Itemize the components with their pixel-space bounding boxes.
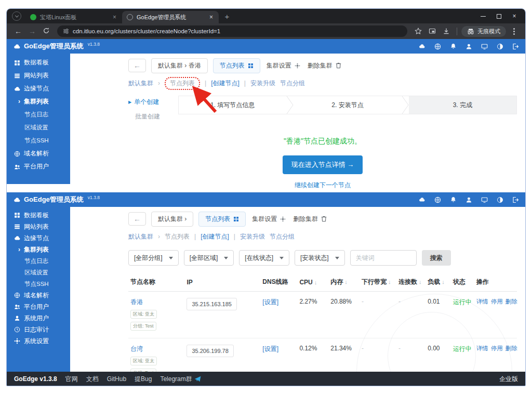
bell-icon[interactable]: [450, 43, 457, 50]
node-groups-link[interactable]: 节点分组: [270, 232, 295, 241]
keyword-input[interactable]: [350, 250, 417, 266]
sidebar-item-clusters[interactable]: ›集群列表: [7, 95, 70, 108]
address-bar[interactable]: cdn.itluo.eu.org/clusters/cluster/create…: [57, 25, 407, 37]
install-status-select[interactable]: [安装状态]: [295, 250, 345, 266]
col-bandwidth-sortable[interactable]: 下行带宽↓: [360, 273, 396, 292]
breadcrumb-cluster-link[interactable]: 默认集群: [128, 79, 153, 88]
col-connections-sortable[interactable]: 连接数↓: [396, 273, 425, 292]
tab-delete-clu­ster[interactable]: 删除集群: [307, 59, 342, 73]
col-memory-sortable[interactable]: 内存↓: [328, 273, 360, 292]
globe-icon[interactable]: [434, 197, 441, 203]
sidebar-item-platform-users[interactable]: 平台用户: [7, 301, 70, 312]
sidebar-item-websites[interactable]: 网站列表: [7, 221, 70, 232]
theme-toggle-icon[interactable]: [497, 197, 503, 203]
sidebar-item-regions[interactable]: 区域设置: [7, 267, 70, 278]
browser-menu-button[interactable]: [508, 31, 520, 32]
footer-link-telegram[interactable]: Telegram群: [160, 375, 192, 384]
bell-icon[interactable]: [450, 197, 457, 203]
sidebar-item-clusters[interactable]: ›集群列表: [7, 244, 70, 255]
forward-button[interactable]: →: [26, 27, 38, 35]
close-window-button[interactable]: ×: [507, 9, 522, 23]
batch-create-item[interactable]: 批量创建: [128, 112, 178, 121]
footer-link-github[interactable]: GitHub: [107, 375, 126, 383]
region-filter-select[interactable]: [全部区域]: [184, 250, 234, 266]
col-load-sortable[interactable]: 负载↓: [425, 273, 451, 292]
tab-close-icon[interactable]: ×: [112, 14, 117, 21]
sidebar-item-settings[interactable]: 系统设置: [7, 335, 70, 347]
tab-cluster-hongkong[interactable]: 默认集群 › 香港: [151, 58, 208, 73]
sidebar-item-audit-logs[interactable]: 日志审计: [7, 324, 70, 335]
sidebar-item-edge-nodes[interactable]: 边缘节点: [7, 232, 70, 244]
delete-link[interactable]: 删除: [506, 298, 517, 305]
logout-icon[interactable]: [512, 43, 519, 50]
user-icon[interactable]: [466, 43, 472, 50]
node-name-link[interactable]: 香港: [130, 298, 143, 306]
sidebar-item-node-ssh[interactable]: 节点SSH: [7, 278, 70, 290]
theme-toggle-icon[interactable]: [497, 43, 503, 50]
tab-node-list[interactable]: 节点列表: [213, 58, 260, 73]
enter-node-detail-button[interactable]: 现在进入节点详情 →: [283, 155, 363, 174]
tab-delete-cluster[interactable]: 删除集群: [292, 212, 328, 226]
downloads-button[interactable]: [440, 28, 453, 35]
sidebar-item-dashboard[interactable]: 数据看板: [7, 209, 70, 221]
breadcrumb-node-list-annotated[interactable]: 节点列表: [165, 77, 200, 90]
detail-link[interactable]: 详情: [476, 298, 488, 305]
bookmark-button[interactable]: [412, 28, 424, 35]
cloud-icon[interactable]: [418, 197, 425, 203]
sidebar-item-system-users[interactable]: 系统用户: [7, 312, 70, 324]
sidebar-item-node-logs[interactable]: 节点日志: [7, 255, 70, 267]
install-upgrade-link[interactable]: 安装升级: [250, 79, 275, 88]
sidebar-item-dns[interactable]: 域名解析: [7, 290, 70, 301]
browser-tab-goedge[interactable]: GoEdge管理员系统 ×: [122, 11, 219, 23]
disable-link[interactable]: 停用: [491, 345, 503, 351]
install-upgrade-link[interactable]: 安装升级: [240, 232, 265, 241]
reload-button[interactable]: [40, 27, 52, 36]
monitor-icon[interactable]: [481, 197, 488, 203]
sidebar-item-dashboard[interactable]: 数据看板: [7, 56, 70, 69]
app-brand[interactable]: GoEdge管理员系统 v1.3.8: [13, 195, 100, 204]
node-name-link[interactable]: 台湾: [130, 345, 143, 352]
logout-icon[interactable]: [512, 197, 519, 203]
online-status-select[interactable]: [在线状态]: [239, 250, 289, 266]
back-tab-button[interactable]: ←: [128, 212, 146, 226]
tab-close-icon[interactable]: ×: [208, 14, 214, 21]
sidebar-item-node-ssh[interactable]: 节点SSH: [7, 134, 70, 147]
breadcrumb-cluster-link[interactable]: 默认集群: [128, 232, 153, 241]
disable-link[interactable]: 停用: [491, 298, 503, 305]
footer-link-website[interactable]: 官网: [65, 375, 78, 384]
back-tab-button[interactable]: ←: [128, 59, 146, 72]
delete-link[interactable]: 删除: [506, 345, 517, 351]
sidebar-item-platform-users[interactable]: 平台用户: [7, 160, 70, 173]
search-button[interactable]: 搜索: [422, 250, 451, 266]
sidebar-item-edge-nodes[interactable]: 边缘节点: [7, 82, 70, 95]
tab-cluster-settings[interactable]: 集群设置: [251, 212, 287, 226]
sidebar-item-websites[interactable]: 网站列表: [7, 69, 70, 82]
back-button[interactable]: ←: [12, 27, 24, 35]
monitor-icon[interactable]: [481, 43, 488, 50]
tab-search-button[interactable]: [12, 11, 21, 21]
create-node-link[interactable]: [创建节点]: [211, 79, 240, 88]
create-node-link[interactable]: [创建节点]: [201, 232, 229, 241]
minimize-button[interactable]: [475, 9, 491, 23]
maximize-button[interactable]: [491, 9, 507, 23]
tab-cluster[interactable]: 默认集群 ›: [151, 212, 193, 227]
browser-tab-baota[interactable]: 宝塔Linux面板 ×: [25, 11, 122, 23]
col-cpu-sortable[interactable]: CPU↓: [297, 273, 328, 292]
footer-link-docs[interactable]: 文档: [86, 375, 99, 384]
detail-link[interactable]: 详情: [476, 345, 488, 351]
group-filter-select[interactable]: [全部分组]: [128, 250, 179, 266]
node-groups-link[interactable]: 节点分组: [280, 79, 305, 88]
new-tab-button[interactable]: +: [221, 12, 233, 21]
single-create-item[interactable]: ▶单个创建: [128, 98, 178, 107]
sidebar-item-node-logs[interactable]: 节点日志: [7, 108, 70, 121]
continue-create-link[interactable]: 继续创建下一个节点: [128, 181, 517, 190]
tab-node-list[interactable]: 节点列表: [198, 212, 246, 227]
sidebar-item-regions[interactable]: 区域设置: [7, 121, 70, 134]
user-icon[interactable]: [466, 197, 472, 203]
sidebar-item-dns[interactable]: 域名解析: [7, 147, 70, 160]
globe-icon[interactable]: [434, 43, 441, 50]
footer-link-bug[interactable]: 提Bug: [135, 375, 152, 384]
app-brand[interactable]: GoEdge管理员系统 v1.3.8: [13, 42, 100, 51]
picture-in-picture-button[interactable]: [426, 28, 438, 35]
cloud-icon[interactable]: [418, 43, 425, 49]
